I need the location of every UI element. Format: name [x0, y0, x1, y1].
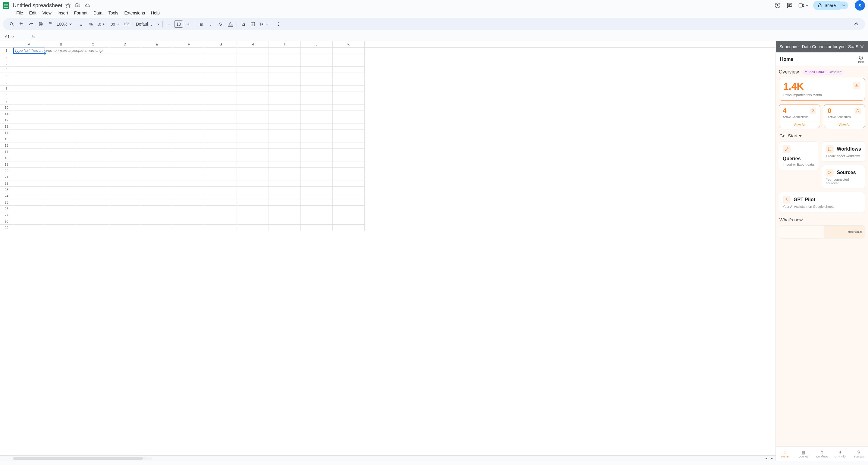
cell[interactable] — [109, 180, 141, 187]
share-dropdown[interactable] — [840, 1, 848, 9]
cell[interactable] — [333, 79, 365, 86]
col-header[interactable]: H — [237, 41, 269, 47]
col-header[interactable]: G — [205, 41, 237, 47]
cell[interactable] — [45, 67, 77, 73]
cell[interactable] — [77, 212, 109, 218]
cell[interactable] — [45, 111, 77, 117]
cell[interactable] — [13, 161, 45, 168]
cell[interactable] — [301, 54, 333, 60]
cell[interactable] — [109, 98, 141, 104]
nav-workflows[interactable]: ⋔Workflows — [812, 446, 831, 461]
star-icon[interactable] — [65, 3, 71, 8]
cell[interactable] — [173, 168, 205, 174]
cell[interactable] — [77, 168, 109, 174]
cell[interactable] — [173, 149, 205, 155]
cell[interactable] — [109, 206, 141, 212]
row-header[interactable]: 6 — [0, 79, 13, 86]
cell[interactable] — [301, 149, 333, 155]
cell[interactable] — [45, 225, 77, 231]
cell[interactable] — [13, 73, 45, 79]
row-header[interactable]: 21 — [0, 174, 13, 180]
cell[interactable] — [109, 187, 141, 193]
cell[interactable] — [173, 117, 205, 124]
cell[interactable] — [141, 168, 173, 174]
cell[interactable] — [141, 104, 173, 111]
cell[interactable] — [173, 104, 205, 111]
cell[interactable] — [237, 73, 269, 79]
cell[interactable] — [173, 47, 205, 54]
cell[interactable] — [269, 136, 301, 142]
cell[interactable] — [237, 180, 269, 187]
cell[interactable] — [205, 92, 237, 98]
cell[interactable] — [173, 86, 205, 92]
paint-format-icon[interactable] — [46, 20, 55, 29]
cell[interactable] — [77, 111, 109, 117]
connections-view-all[interactable]: View All — [779, 121, 820, 128]
row-header[interactable]: 22 — [0, 180, 13, 187]
cell[interactable] — [205, 130, 237, 136]
cell[interactable] — [141, 124, 173, 130]
menu-help[interactable]: Help — [149, 10, 162, 16]
cell[interactable] — [173, 225, 205, 231]
redo-icon[interactable] — [27, 20, 36, 29]
cloud-status-icon[interactable] — [85, 3, 91, 8]
row-header[interactable]: 29 — [0, 225, 13, 231]
cell[interactable] — [237, 136, 269, 142]
history-icon[interactable] — [774, 2, 781, 9]
cell[interactable] — [269, 73, 301, 79]
cell[interactable] — [77, 149, 109, 155]
cell[interactable] — [109, 47, 141, 54]
row-header[interactable]: 20 — [0, 168, 13, 174]
more-tools-icon[interactable] — [274, 20, 283, 29]
cell[interactable] — [77, 180, 109, 187]
row-header[interactable]: 19 — [0, 161, 13, 168]
cell[interactable] — [173, 92, 205, 98]
cell[interactable] — [173, 199, 205, 206]
cell[interactable] — [173, 67, 205, 73]
cell[interactable] — [77, 218, 109, 225]
col-header[interactable]: D — [109, 41, 141, 47]
name-box[interactable]: A1 — [3, 34, 24, 39]
cell[interactable] — [13, 180, 45, 187]
cell[interactable] — [301, 155, 333, 161]
merge-button[interactable] — [258, 20, 270, 29]
cell[interactable] — [205, 168, 237, 174]
strike-button[interactable]: S — [216, 20, 225, 29]
cell[interactable] — [13, 104, 45, 111]
increase-decimal[interactable]: .00 — [108, 20, 121, 29]
cell[interactable] — [45, 206, 77, 212]
cell[interactable] — [301, 67, 333, 73]
meet-icon[interactable] — [798, 2, 808, 9]
cell[interactable] — [269, 149, 301, 155]
cell[interactable] — [45, 199, 77, 206]
cell[interactable] — [109, 67, 141, 73]
cell[interactable] — [77, 155, 109, 161]
cell[interactable] — [237, 130, 269, 136]
cell[interactable] — [237, 111, 269, 117]
row-header[interactable]: 4 — [0, 67, 13, 73]
cell[interactable] — [141, 155, 173, 161]
cell[interactable] — [109, 161, 141, 168]
cell[interactable] — [301, 111, 333, 117]
cell[interactable] — [45, 117, 77, 124]
menu-format[interactable]: Format — [72, 10, 90, 16]
cell[interactable] — [109, 174, 141, 180]
rows-imported-card[interactable]: 1.4K Rows Imported this Month — [779, 78, 865, 101]
cell[interactable] — [173, 161, 205, 168]
cell[interactable] — [269, 67, 301, 73]
cell[interactable] — [77, 174, 109, 180]
sources-card[interactable]: Sources Your connected sources — [822, 165, 865, 189]
cell[interactable] — [13, 86, 45, 92]
cell[interactable] — [13, 142, 45, 149]
cell[interactable] — [205, 149, 237, 155]
cell[interactable] — [141, 149, 173, 155]
panel-help-button[interactable]: Help — [858, 56, 864, 63]
cell[interactable] — [237, 225, 269, 231]
row-header[interactable]: 27 — [0, 212, 13, 218]
cell[interactable] — [173, 54, 205, 60]
cell[interactable] — [205, 79, 237, 86]
cell[interactable] — [205, 73, 237, 79]
cell[interactable] — [141, 60, 173, 67]
nav-gpt[interactable]: ✦GPT Pilot — [831, 446, 849, 461]
cell[interactable] — [109, 124, 141, 130]
